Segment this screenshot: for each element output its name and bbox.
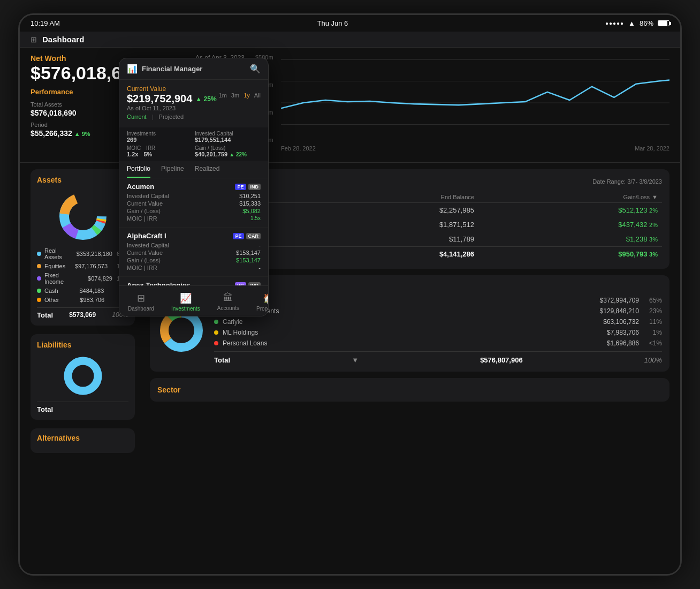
projected-label[interactable]: Projected	[159, 114, 184, 120]
assets-total: Total $573,069 100%	[37, 307, 128, 319]
movers-date-range: Date Range: 3/7- 3/8/2023	[592, 178, 662, 185]
tag-ind: IND	[248, 282, 261, 286]
svg-point-11	[68, 361, 98, 391]
current-value-row: Current Value $219,752,904 ▲ 25% 1m 3m 1…	[127, 85, 261, 105]
nav-label-properties: Properties	[256, 306, 269, 312]
cv-tab-all[interactable]: All	[254, 92, 261, 99]
nav-title: Dashboard	[42, 35, 84, 44]
period-value: $55,266,332	[31, 129, 72, 138]
nav-item-properties[interactable]: 🏠 Properties	[248, 290, 269, 314]
cv-tab-1y[interactable]: 1y	[244, 92, 250, 99]
liabilities-card: Liabilities Total	[31, 334, 135, 420]
nav-label-accounts: Accounts	[217, 305, 239, 311]
alloc-item: Real Assets $372,994,709 65%	[214, 297, 662, 304]
chart-area: $580m $570m $560m $550m Feb 28, 2022 M	[255, 54, 669, 154]
current-projected-toggle: Current | Projected	[127, 114, 261, 120]
chevron-down-icon[interactable]: ▼	[352, 356, 359, 364]
battery-indicator: 86%	[640, 19, 653, 27]
modal-stats-grid: Investments 269 Invested Capital $179,55…	[119, 127, 268, 161]
accounts-icon: 🏛	[223, 292, 233, 304]
status-bar: 10:19 AM Thu Jun 6 ●●●●● ▲ 86%	[20, 15, 680, 32]
alloc-item: Private Investments $129,848,210 23%	[214, 307, 662, 315]
signal-icon: ●●●●●	[605, 20, 624, 26]
alloc-item: ML Holdings $7,983,706 1%	[214, 329, 662, 336]
wifi-icon: ▲	[628, 19, 635, 27]
battery-icon	[658, 20, 669, 26]
alternatives-card: Alternatives	[31, 428, 135, 453]
liabilities-donut	[37, 354, 128, 397]
alloc-item: Personal Loans $1,696,886 <1%	[214, 339, 662, 347]
legend-equities: Equities $97,176,573 17%	[37, 263, 128, 269]
legend-other1: Fixed Income $074,829 12%	[37, 272, 128, 285]
investments-stat: Investments 269	[127, 131, 193, 143]
cv-tab-3m[interactable]: 3m	[231, 92, 239, 99]
tag-car: CAR	[246, 233, 261, 239]
nav-label-investments: Investments	[171, 306, 200, 312]
tablet-frame: 10:19 AM Thu Jun 6 ●●●●● ▲ 86% ⊞ Dashboa…	[18, 13, 682, 576]
alloc-item: Carlyle $63,106,732 11%	[214, 318, 662, 326]
current-value-amount: $219,752,904 ▲ 25%	[127, 93, 217, 105]
alloc-dot	[214, 330, 218, 335]
current-label[interactable]: Current	[127, 114, 147, 120]
tag-pe: PE	[233, 233, 244, 239]
cv-tabs: 1m 3m 1y All	[219, 92, 261, 99]
legend-other2: Cash $484,183 4%	[37, 288, 128, 294]
allocation-list: Real Assets $372,994,709 65% Private Inv…	[214, 297, 662, 364]
nav-item-investments[interactable]: 📈 Investments	[163, 290, 209, 314]
list-item[interactable]: Apex Technologies VC IND Invested Capita…	[119, 277, 268, 285]
nav-bar: ⊞ Dashboard	[20, 32, 680, 48]
modal-bottom-nav: ⊞ Dashboard 📈 Investments 🏛 Accounts 🏠 P…	[119, 285, 268, 316]
alloc-dot	[214, 341, 218, 345]
cv-tab-1m[interactable]: 1m	[219, 92, 227, 99]
period-change: ▲ 9%	[74, 131, 90, 137]
assets-legend: Real Assets $353,218,180 65% Equities $9…	[37, 247, 128, 303]
col-gain-loss: Gain/Loss ▼	[478, 192, 662, 203]
modal-portfolio-list: Acumen PE IND Invested Capital $10,251 C…	[119, 178, 268, 285]
dashboard-grid-icon: ⊞	[31, 35, 37, 44]
modal-header: 📊 Financial Manager 🔍	[119, 58, 268, 80]
chart-x-labels: Feb 28, 2022 Mar 28, 2022	[281, 145, 669, 152]
current-value-section: Current Value $219,752,904 ▲ 25% 1m 3m 1…	[119, 80, 268, 127]
nav-label-dashboard: Dashboard	[128, 306, 154, 312]
moic-irr-stat: MOIC IRR 1.2x 5%	[127, 145, 193, 157]
alternatives-title: Alternatives	[37, 434, 128, 442]
tag-ind: IND	[248, 184, 261, 190]
list-item[interactable]: AlphaCraft I PE CAR Invested Capital - C…	[119, 228, 268, 277]
performance-label: Performance	[31, 88, 73, 96]
liabilities-total: Total	[37, 402, 128, 413]
nav-item-dashboard[interactable]: ⊞ Dashboard	[119, 290, 163, 314]
tag-vc: VC	[235, 282, 246, 286]
modal-tabs: Portfolio Pipeline Realized	[119, 161, 268, 178]
alloc-dot	[214, 320, 218, 324]
modal-title: Financial Manager	[142, 65, 202, 73]
tab-pipeline[interactable]: Pipeline	[161, 161, 184, 178]
list-item[interactable]: Acumen PE IND Invested Capital $10,251 C…	[119, 178, 268, 228]
investments-icon: 📈	[180, 292, 192, 304]
tab-realized[interactable]: Realized	[195, 161, 220, 178]
tab-portfolio[interactable]: Portfolio	[127, 161, 150, 178]
properties-icon: 🏠	[263, 292, 269, 304]
assets-donut	[37, 190, 128, 243]
current-value-label: Current Value	[127, 85, 217, 93]
financial-manager-modal: 📊 Financial Manager 🔍 Current Value $219…	[119, 58, 269, 316]
allocation-total: Total ▼ $576,807,906 100%	[214, 351, 662, 364]
status-time: 10:19 AM	[31, 19, 60, 27]
assets-title: Assets	[37, 176, 128, 184]
modal-as-of-date: As of Oct 11, 2023	[127, 105, 261, 111]
bar-chart-icon: 📊	[127, 64, 138, 74]
invested-capital-stat: Invested Capital $179,551,144	[195, 131, 261, 143]
legend-other3: Other $983,706 1%	[37, 297, 128, 303]
legend-real-assets: Real Assets $353,218,180 65%	[37, 247, 128, 260]
nav-item-accounts[interactable]: 🏛 Accounts	[209, 290, 248, 314]
net-worth-label: Net Worth	[31, 54, 66, 63]
sector-card: Sector	[150, 378, 669, 402]
col-end-balance: End Balance	[313, 192, 478, 203]
tag-pe: PE	[235, 184, 246, 190]
search-icon[interactable]: 🔍	[250, 64, 261, 74]
liabilities-title: Liabilities	[37, 341, 128, 349]
status-date: Thu Jun 6	[317, 19, 348, 27]
sector-title: Sector	[157, 386, 662, 394]
gain-loss-stat: Gain / (Loss) $40,201,759 ▲ 22%	[195, 145, 261, 157]
performance-chart	[281, 54, 669, 141]
dashboard-icon: ⊞	[137, 292, 145, 304]
